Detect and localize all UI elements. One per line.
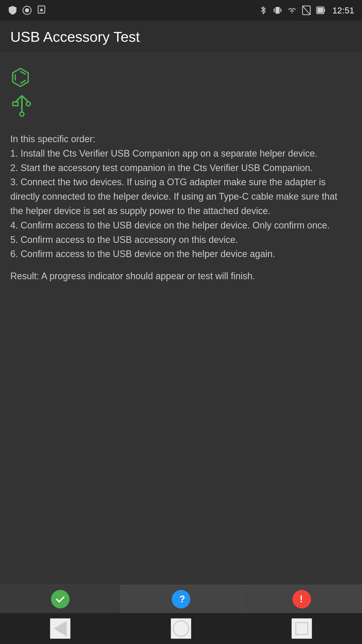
record-icon	[22, 5, 32, 15]
download-icon	[37, 5, 46, 15]
vibrate-icon	[273, 5, 282, 15]
wifi-icon	[287, 5, 297, 15]
svg-line-9	[303, 6, 310, 15]
svg-rect-6	[274, 9, 275, 12]
step-5: 5. Confirm access to the USB accessory o…	[10, 234, 238, 245]
home-button[interactable]	[171, 618, 191, 639]
recents-icon	[295, 622, 308, 635]
recents-button[interactable]	[291, 618, 312, 639]
back-button[interactable]	[50, 618, 71, 639]
fail-button[interactable]: !	[242, 585, 362, 613]
bluetooth-icon	[258, 5, 268, 15]
svg-rect-16	[13, 102, 18, 106]
pass-button[interactable]	[0, 585, 121, 613]
step-6: 6. Confirm access to the USB device on t…	[10, 249, 275, 259]
info-icon: ?	[172, 590, 190, 608]
no-sim-icon	[301, 5, 311, 15]
time-display: 12:51	[332, 5, 354, 15]
instructions-text: In this specific order: 1. Install the C…	[10, 132, 352, 261]
pass-icon	[51, 590, 70, 608]
usb-symbol	[10, 93, 352, 124]
svg-rect-11	[324, 9, 325, 12]
page-title: USB Accessory Test	[10, 28, 352, 45]
svg-line-14	[15, 96, 22, 102]
step-2: 2. Start the accessory test companion in…	[10, 163, 313, 173]
svg-rect-12	[317, 8, 323, 13]
back-icon	[54, 621, 67, 636]
status-bar-right-icons: 12:51	[258, 5, 354, 15]
nav-bar	[0, 613, 362, 644]
svg-rect-7	[280, 9, 281, 12]
svg-point-17	[26, 102, 30, 106]
svg-rect-4	[40, 13, 43, 13]
svg-line-15	[22, 96, 28, 102]
step-3: 3. Connect the two devices. If using a O…	[10, 177, 337, 216]
shield-icon	[8, 5, 18, 15]
usb-icon: ⌬	[10, 63, 352, 90]
svg-rect-5	[275, 7, 280, 14]
main-content: ⌬ In this specific order: 1. Install the…	[0, 53, 362, 294]
title-bar: USB Accessory Test	[0, 21, 362, 53]
svg-text:?: ?	[179, 594, 185, 604]
status-bar-left-icons	[8, 5, 46, 15]
bottom-action-bar: ? !	[0, 585, 362, 613]
svg-text:!: !	[300, 594, 303, 604]
step-4: 4. Confirm access to the USB device on t…	[10, 220, 330, 231]
info-button[interactable]: ?	[121, 585, 242, 613]
svg-point-1	[25, 8, 29, 12]
home-icon	[173, 620, 189, 637]
svg-point-18	[20, 112, 24, 116]
battery-icon	[316, 5, 326, 15]
fail-icon: !	[292, 590, 311, 608]
step-1: 1. Install the Cts Verifier USB Companio…	[10, 148, 317, 159]
status-bar: 12:51	[0, 0, 362, 21]
result-text: Result: A progress indicator should appe…	[10, 269, 352, 283]
intro-line: In this specific order:	[10, 134, 95, 144]
svg-marker-3	[40, 8, 43, 11]
